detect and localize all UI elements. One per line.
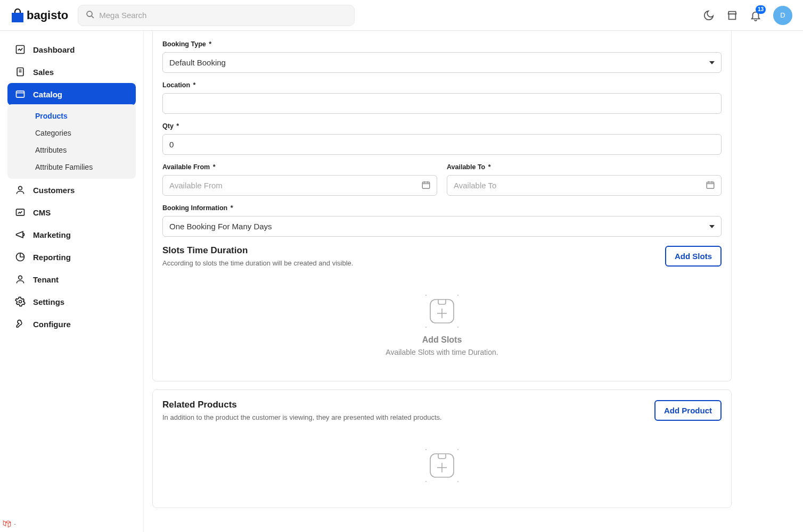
sidebar-item-marketing[interactable]: Marketing <box>7 223 136 246</box>
sidebar-item-catalog[interactable]: Catalog <box>7 83 136 105</box>
sidebar-item-sales[interactable]: Sales <box>7 61 136 83</box>
dark-mode-toggle[interactable] <box>703 10 715 21</box>
slots-sub: According to slots the time duration wil… <box>162 259 353 267</box>
avatar[interactable]: D <box>773 6 792 25</box>
available-to-input[interactable] <box>447 175 722 196</box>
sidebar-item-label: Reporting <box>33 253 71 262</box>
sidebar-item-customers[interactable]: Customers <box>7 179 136 201</box>
notification-badge: 13 <box>756 5 766 14</box>
sidebar-item-label: Sales <box>33 68 54 77</box>
related-sub: In addition to the product the customer … <box>162 413 442 421</box>
calendar-icon[interactable] <box>421 180 431 191</box>
laravel-indicator[interactable]: - <box>2 519 16 529</box>
add-product-button[interactable]: Add Product <box>654 400 722 421</box>
mega-search[interactable] <box>78 5 355 26</box>
svg-rect-0 <box>12 13 23 22</box>
sidebar-item-tenant[interactable]: Tenant <box>7 268 136 290</box>
svg-point-9 <box>19 186 22 190</box>
chevron-down-icon <box>709 225 715 228</box>
sidebar-sub-attributes[interactable]: Attributes <box>7 142 136 159</box>
slots-title: Slots Time Duration <box>162 245 353 256</box>
brand-mark-icon <box>11 9 24 22</box>
add-slot-placeholder-icon <box>424 294 460 329</box>
sidebar-item-label: Marketing <box>33 230 71 239</box>
svg-point-35 <box>457 481 458 482</box>
location-label: Location * <box>162 81 722 89</box>
svg-point-32 <box>425 449 427 450</box>
calendar-icon[interactable] <box>706 180 715 191</box>
location-input[interactable] <box>162 93 722 114</box>
booking-info-value: One Booking For Many Days <box>169 222 272 231</box>
slots-empty-sub: Available Slots with time Duration. <box>386 348 498 356</box>
sidebar-sub-categories[interactable]: Categories <box>7 124 136 142</box>
related-title: Related Products <box>162 400 442 410</box>
sidebar: Dashboard Sales Catalog Products Categor… <box>0 31 144 532</box>
sidebar-item-label: Customers <box>33 186 75 195</box>
search-icon <box>86 10 95 21</box>
booking-type-select[interactable]: Default Booking <box>162 52 722 73</box>
svg-point-26 <box>457 295 458 296</box>
svg-point-33 <box>457 449 458 450</box>
chevron-down-icon <box>709 61 715 64</box>
booking-type-label: Booking Type * <box>162 40 722 48</box>
sidebar-item-label: Tenant <box>33 275 59 284</box>
notifications[interactable]: 13 <box>750 10 761 21</box>
svg-rect-10 <box>17 209 24 215</box>
qty-input[interactable] <box>162 134 722 155</box>
qty-label: Qty * <box>162 122 722 130</box>
svg-point-28 <box>457 327 458 328</box>
svg-rect-7 <box>17 91 24 97</box>
add-slots-button[interactable]: Add Slots <box>665 246 722 267</box>
sidebar-item-label: Catalog <box>33 90 62 99</box>
svg-rect-14 <box>422 182 430 188</box>
sidebar-item-configure[interactable]: Configure <box>7 313 136 335</box>
svg-point-34 <box>425 481 427 482</box>
sidebar-item-dashboard[interactable]: Dashboard <box>7 38 136 61</box>
sidebar-item-settings[interactable]: Settings <box>7 290 136 313</box>
available-from-label: Available From * <box>162 163 437 171</box>
svg-line-2 <box>92 15 94 18</box>
search-input[interactable] <box>99 11 347 20</box>
sidebar-sub-attribute-families[interactable]: Attribute Families <box>7 159 136 176</box>
slots-empty-title: Add Slots <box>422 335 462 345</box>
svg-point-1 <box>87 11 92 16</box>
store-switcher[interactable] <box>726 10 738 21</box>
sidebar-item-label: Dashboard <box>33 45 75 54</box>
sidebar-item-cms[interactable]: CMS <box>7 201 136 223</box>
sidebar-item-label: CMS <box>33 208 51 217</box>
brand-logo[interactable]: bagisto <box>11 9 68 22</box>
booking-type-value: Default Booking <box>169 58 226 67</box>
available-from-input[interactable] <box>162 175 437 196</box>
sidebar-sub-products[interactable]: Products <box>7 107 136 124</box>
svg-rect-18 <box>707 182 714 188</box>
add-product-placeholder-icon <box>424 448 460 483</box>
sidebar-item-reporting[interactable]: Reporting <box>7 246 136 268</box>
booking-info-label: Booking Information * <box>162 204 722 212</box>
sidebar-item-label: Configure <box>33 320 71 329</box>
svg-point-27 <box>425 327 427 328</box>
sidebar-item-label: Settings <box>33 297 64 306</box>
svg-point-13 <box>19 301 22 303</box>
brand-name: bagisto <box>27 9 68 22</box>
svg-point-25 <box>425 295 427 296</box>
available-to-label: Available To * <box>447 163 722 171</box>
svg-point-12 <box>19 276 22 279</box>
booking-info-select[interactable]: One Booking For Many Days <box>162 216 722 237</box>
